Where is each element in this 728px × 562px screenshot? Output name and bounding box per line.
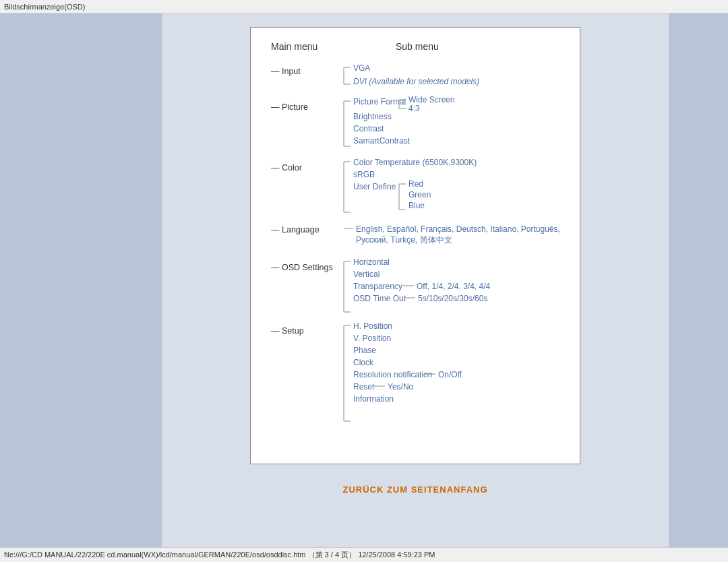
svg-text:— OSD Settings: — OSD Settings (271, 263, 333, 272)
svg-text:Red: Red (408, 179, 423, 189)
title-bar: Bildschirmanzeige(OSD) (0, 0, 728, 13)
svg-text:— Input: — Input (271, 67, 301, 76)
svg-text:— Setup: — Setup (271, 326, 304, 336)
status-bar: file:///G:/CD MANUAL/22/220E cd.manual(W… (0, 547, 728, 562)
svg-text:Yes/No: Yes/No (388, 382, 414, 392)
svg-text:On/Off: On/Off (438, 370, 462, 379)
svg-text:Vertical: Vertical (353, 270, 380, 279)
svg-text:— Color: — Color (271, 163, 302, 173)
svg-text:Phase: Phase (353, 346, 376, 355)
svg-text:Wide Screen: Wide Screen (408, 95, 455, 104)
svg-text:Information: Information (353, 394, 394, 404)
svg-text:4:3: 4:3 (408, 104, 420, 113)
svg-text:VGA: VGA (353, 63, 370, 73)
svg-text:OSD Time Out: OSD Time Out (353, 294, 406, 303)
title-bar-label: Bildschirmanzeige(OSD) (4, 3, 85, 11)
svg-text:— Picture: — Picture (271, 102, 308, 112)
svg-text:V. Position: V. Position (353, 334, 391, 343)
svg-text:Contrast: Contrast (353, 124, 384, 133)
svg-text:SamartContrast: SamartContrast (353, 136, 411, 146)
svg-text:sRGB: sRGB (353, 170, 375, 179)
svg-text:Color Temperature (6500K,9300K: Color Temperature (6500K,9300K) (353, 158, 477, 167)
svg-text:Русский, Türkçe, 简体中文: Русский, Türkçe, 简体中文 (356, 235, 452, 245)
diagram-header: Main menu Sub menu (271, 41, 559, 52)
sub-menu-header: Sub menu (396, 41, 439, 52)
svg-text:Picture Format: Picture Format (353, 97, 406, 106)
svg-text:H. Position: H. Position (353, 321, 392, 331)
right-sidebar (669, 13, 728, 547)
svg-text:Green: Green (408, 190, 431, 199)
svg-text:Clock: Clock (353, 358, 374, 367)
svg-text:DVI (Available for selected mo: DVI (Available for selected models) (353, 77, 479, 86)
svg-text:English, Español, Français, De: English, Español, Français, Deutsch, Ita… (356, 224, 560, 234)
svg-text:5s/10s/20s/30s/60s: 5s/10s/20s/30s/60s (418, 294, 487, 303)
osd-diagram-svg: — Input VGA DVI (Available for selected … (271, 64, 561, 441)
content-area: Main menu Sub menu — Input (162, 13, 669, 547)
svg-text:Blue: Blue (408, 201, 425, 210)
svg-text:Horizontal: Horizontal (353, 257, 390, 267)
svg-text:User Define: User Define (353, 182, 396, 191)
svg-text:Reset: Reset (353, 382, 375, 392)
svg-text:Brightness: Brightness (353, 112, 392, 121)
svg-text:Resolution notification: Resolution notification (353, 370, 432, 379)
status-bar-text: file:///G:/CD MANUAL/22/220E cd.manual(W… (4, 550, 435, 560)
main-menu-header: Main menu (271, 41, 342, 52)
svg-text:Off, 1/4, 2/4, 3/4, 4/4: Off, 1/4, 2/4, 3/4, 4/4 (417, 282, 491, 291)
left-sidebar (0, 13, 162, 547)
back-to-top-link[interactable]: ZURÜCK ZUM SEITENANFANG (342, 485, 487, 495)
svg-text:Transparency: Transparency (353, 282, 402, 291)
svg-text:— Language: — Language (271, 225, 320, 235)
osd-container: Main menu Sub menu — Input (250, 27, 580, 464)
main-layout: Main menu Sub menu — Input (0, 13, 728, 547)
